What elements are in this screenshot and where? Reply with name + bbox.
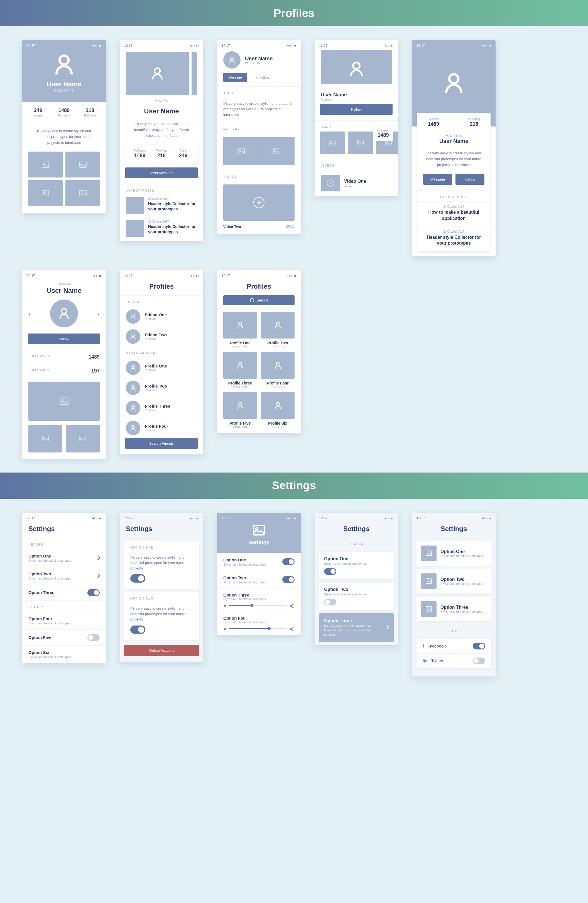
thumb[interactable]	[320, 132, 345, 154]
toggle[interactable]	[88, 589, 100, 596]
stat-num: 249	[174, 153, 193, 159]
status-icons: ••ıl ᯤ ▮▮	[92, 274, 101, 277]
facebook-icon: f	[423, 643, 424, 648]
toggle[interactable]	[282, 558, 295, 565]
next-photo-peek[interactable]	[191, 52, 197, 95]
stat-num: 218	[465, 121, 483, 127]
option-one[interactable]: Option OneStylish and beautiful prototyp…	[417, 541, 491, 566]
thumb[interactable]	[348, 132, 373, 154]
follow-button[interactable]: Follow	[28, 334, 100, 345]
gallery-item[interactable]	[223, 137, 259, 165]
thumb[interactable]	[28, 180, 63, 206]
thumb[interactable]	[66, 151, 100, 178]
profile-item[interactable]: Profile OnePosition	[120, 358, 203, 378]
twitter-row[interactable]: 🐦Twitter	[417, 653, 491, 668]
option-one[interactable]: Option OneStylish and beautiful prototyp…	[217, 553, 301, 571]
next-arrow[interactable]: ›	[98, 310, 100, 316]
gallery-item[interactable]	[259, 137, 295, 165]
other-profiles-header: OTHER PROFILES	[120, 347, 203, 358]
profile-card[interactable]: Profile ThreePOSITION	[223, 352, 257, 388]
friend-item[interactable]: Friend OnePosition	[120, 307, 203, 327]
section-header: HEADER	[315, 538, 398, 549]
profile-item[interactable]: Profile TwoPosition	[120, 378, 203, 398]
status-icons: ••ıl ᯤ ▮▮	[384, 44, 394, 47]
option-two[interactable]: Option TwoStylish and beautiful prototyp…	[22, 567, 106, 585]
stat-lbl: Following	[465, 118, 483, 121]
volume-low-icon: ◀	[223, 627, 226, 631]
profile-card[interactable]: Profile FourPOSITION	[261, 352, 295, 388]
search-friends-button[interactable]: Search Friends	[125, 438, 198, 449]
thumb[interactable]	[28, 382, 100, 421]
profile-item[interactable]: Profile ThreePosition	[120, 398, 203, 418]
option-two[interactable]: Option TwoStylish and beautiful prototyp…	[217, 571, 301, 588]
volume-high-icon: ◀))	[289, 627, 295, 631]
following-value: 197	[91, 368, 100, 374]
slider-handle[interactable]	[268, 627, 271, 630]
prev-arrow[interactable]: ‹	[28, 310, 30, 316]
follow-button[interactable]: Follow	[320, 104, 392, 115]
toggle[interactable]	[282, 576, 295, 583]
status-icons: ••ıl ᯤ ▮▮	[384, 516, 394, 520]
friend-item[interactable]: Friend TwoPosition	[120, 327, 203, 347]
option-three[interactable]: Option ThreeStylish and beautiful protot…	[417, 597, 491, 621]
search-bar[interactable]: Search	[223, 295, 295, 305]
video-player[interactable]	[223, 184, 295, 221]
section-header: HEADER	[22, 601, 106, 612]
follow-button[interactable]: ✓Follow	[250, 73, 274, 82]
following-label: FOLLOWING	[28, 368, 49, 374]
author-posts-header: AUTHOR POSTS	[120, 184, 203, 195]
settings-4: 12:17••ıl ᯤ ▮▮ Settings HEADER Option On…	[315, 513, 398, 645]
post-item[interactable]: 23 October 2017Header style Collector fo…	[120, 195, 203, 218]
follow-button[interactable]: Follow	[455, 174, 485, 185]
status-time: 12:17	[124, 274, 133, 278]
send-message-button[interactable]: Send Message	[125, 167, 198, 178]
profile-card[interactable]: Profile FivePOSITION	[223, 392, 257, 428]
thumb[interactable]	[66, 425, 100, 453]
description: It's very easy to create stylish and bea…	[22, 122, 106, 151]
toggle[interactable]	[324, 568, 336, 575]
status-icons: ••ıl ᯤ ▮▮	[482, 44, 491, 47]
user-name: User Name	[417, 138, 491, 144]
thumb[interactable]	[28, 151, 63, 178]
friends-header: FRIENDS	[120, 295, 203, 307]
toggle[interactable]	[130, 626, 145, 634]
message-button[interactable]: Message	[223, 73, 247, 82]
profile-card[interactable]: Profile OnePOSITION	[223, 312, 257, 348]
profile-card-4: 12:17••ıl ᯤ ▮▮ User NamePosition Followe…	[315, 40, 398, 196]
option-two[interactable]: Option TwoStylish and beautiful prototyp…	[417, 569, 491, 593]
option-three[interactable]: Option Three	[22, 585, 106, 601]
option-three-card[interactable]: Option ThreeIt's very easy to create sty…	[319, 613, 394, 642]
photo-label: Photo Two	[120, 99, 203, 102]
post-item[interactable]: 23 October 2017Header style Collector fo…	[120, 218, 203, 241]
user-icon	[53, 54, 75, 75]
message-button[interactable]: Message	[423, 174, 452, 185]
stat-followers-lbl: Followers	[51, 114, 77, 117]
profile-item[interactable]: Profile FourPosition	[120, 418, 203, 438]
stat-lbl: Followers	[425, 118, 442, 121]
slider-handle[interactable]	[251, 604, 253, 607]
toggle[interactable]	[130, 574, 145, 583]
profile-card[interactable]: Profile TwoPOSITION	[261, 312, 295, 348]
stat-following-num: 218	[77, 107, 103, 113]
status-icons: ••ıl ᯤ ▮▮	[287, 274, 296, 277]
facebook-row[interactable]: fFacebook	[417, 639, 491, 653]
option-two-card[interactable]: Option TwoStylish and beautiful prototyp…	[319, 583, 394, 610]
thumb[interactable]	[66, 180, 100, 206]
thumb[interactable]	[28, 425, 62, 453]
profile-card[interactable]: Profile SixPOSITION	[261, 392, 295, 428]
option-one-card[interactable]: Option OneStylish and beautiful prototyp…	[319, 552, 394, 579]
toggle[interactable]	[473, 643, 485, 650]
about-text: It's very easy to create stylish and bea…	[217, 98, 301, 123]
delete-account-button[interactable]: Delete Account	[124, 645, 199, 656]
toggle[interactable]	[324, 599, 336, 606]
toggle[interactable]	[88, 634, 100, 641]
option-four[interactable]: Option FourStylish and beautiful prototy…	[22, 612, 106, 629]
post-item[interactable]: 24 October 2017How to make a beautiful a…	[417, 201, 491, 226]
video-item[interactable]: Video One12:11	[315, 170, 398, 196]
toggle[interactable]	[473, 658, 485, 664]
video-duration: 29:36	[286, 225, 295, 229]
post-item[interactable]: 21 October 2017Header style Collector fo…	[417, 227, 491, 251]
option-one[interactable]: Option OneStylish and beautiful prototyp…	[22, 549, 106, 567]
option-five[interactable]: Option Five	[22, 629, 106, 645]
option-six[interactable]: Option SixStylish and beautiful prototyp…	[22, 645, 106, 663]
